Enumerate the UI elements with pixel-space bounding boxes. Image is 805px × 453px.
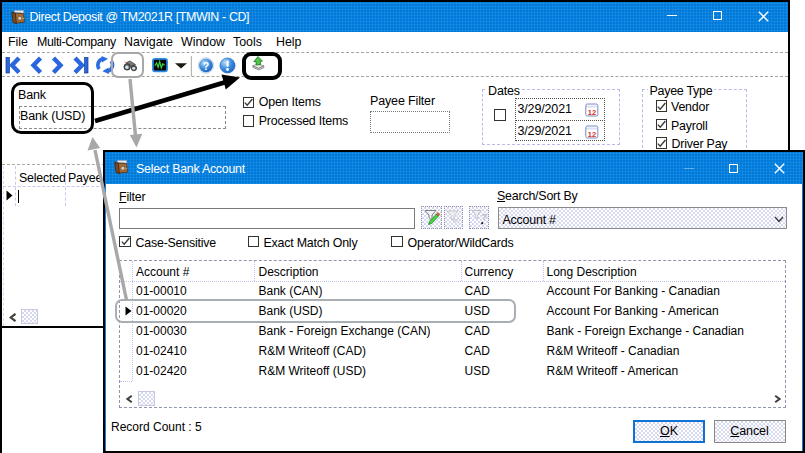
svg-text:?: ?: [203, 60, 209, 72]
svg-text:?: ?: [482, 211, 488, 222]
svg-text:12: 12: [587, 129, 595, 138]
svg-text:12: 12: [587, 107, 595, 116]
